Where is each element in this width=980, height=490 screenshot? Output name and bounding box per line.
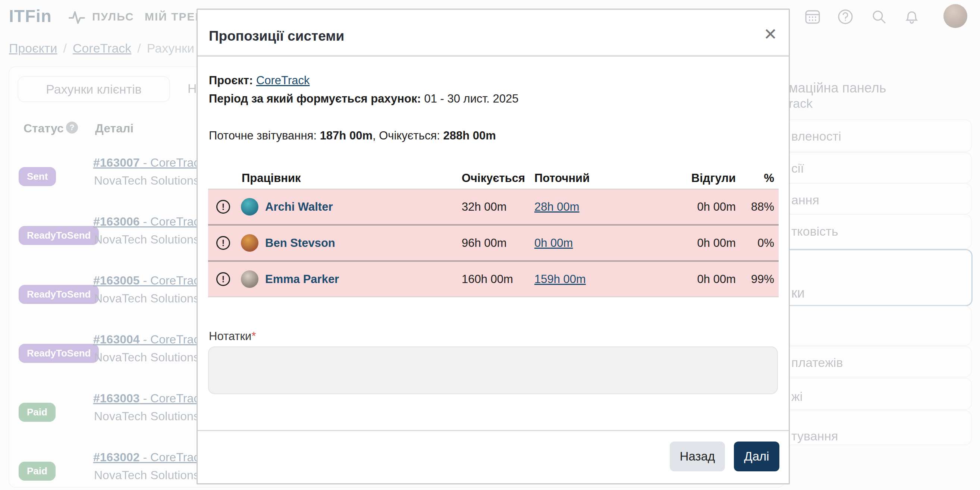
warning-icon: ! (216, 236, 230, 250)
side-item-label: ання (791, 193, 819, 207)
notes-label: Нотатки* (209, 330, 256, 343)
employee-row: ! Archi Walter 32h 00m 28h 00m 0h 00m 88… (208, 189, 779, 226)
expected-hours: 96h 00m (462, 236, 535, 250)
footer-divider (198, 430, 789, 431)
status-help-icon[interactable]: ? (66, 122, 78, 134)
side-item-label: тування (791, 429, 838, 443)
invoice-link[interactable]: #163003 - CoreTrack (93, 391, 205, 405)
col-time-off: Відгули (644, 172, 736, 185)
pulse-icon (68, 8, 86, 26)
app-stage: ITFin ПУЛЬС МІЙ ТРЕКЕР (0, 0, 980, 490)
next-button[interactable]: Далі (734, 442, 780, 471)
column-details: Деталі (95, 122, 134, 135)
employee-row: ! Emma Parker 160h 00m 159h 00m 0h 00m 9… (208, 262, 779, 297)
col-current: Поточний (535, 172, 644, 185)
back-button[interactable]: Назад (670, 442, 725, 471)
status-badge: ReadyToSend (19, 344, 99, 363)
tab-second[interactable]: Н (188, 76, 197, 101)
breadcrumb: Проєкти/CoreTrack/Рахунки (9, 41, 194, 56)
time-off-hours: 0h 00m (644, 200, 736, 214)
user-avatar[interactable] (943, 4, 967, 28)
percent-value: 88% (736, 200, 779, 214)
status-badge: ReadyToSend (19, 226, 99, 245)
invoice-link[interactable]: #163006 - CoreTrack (93, 215, 205, 229)
status-badge: ReadyToSend (19, 285, 99, 304)
current-hours-link[interactable]: 0h 00m (535, 236, 573, 250)
side-item-label: тковість (791, 224, 838, 239)
employee-name: Archi Walter (265, 200, 332, 214)
employees-table: Працівник Очікується Поточний Відгули % … (208, 168, 779, 297)
side-item-label: сії (791, 161, 804, 176)
side-item-label: жі (791, 389, 802, 404)
side-item-label: вленості (791, 129, 841, 143)
invoice-link[interactable]: #163007 - CoreTrack (93, 156, 205, 170)
warning-icon: ! (216, 272, 230, 286)
search-icon[interactable] (871, 9, 887, 25)
warning-icon: ! (216, 200, 230, 214)
percent-value: 99% (736, 273, 779, 286)
itfin-logo[interactable]: ITFin (9, 6, 52, 26)
col-expected: Очікується (462, 172, 535, 185)
expected-hours: 160h 00m (462, 273, 535, 286)
employee-name: Ben Stevson (265, 236, 335, 250)
status-badge: Paid (19, 462, 56, 480)
side-panel-subtitle: rack (789, 96, 813, 111)
project-link[interactable]: CoreTrack (256, 74, 310, 87)
employee-name: Emma Parker (265, 273, 339, 286)
nav-pulse[interactable]: ПУЛЬС (92, 10, 134, 23)
col-employee: Працівник (231, 172, 462, 185)
status-badge: Sent (19, 167, 56, 186)
calendar-icon[interactable] (805, 9, 820, 25)
expected-hours: 32h 00m (462, 200, 535, 214)
current-hours-link[interactable]: 159h 00m (535, 273, 586, 286)
help-icon[interactable] (838, 9, 853, 25)
tab-client-invoices[interactable]: Рахунки клієнтів (18, 76, 170, 102)
invoice-link[interactable]: #163005 - CoreTrack (93, 274, 205, 288)
bell-icon[interactable] (904, 9, 920, 25)
period-line: Період за який формується рахунок: 01 - … (209, 92, 518, 105)
invoice-link[interactable]: #163002 - CoreTrack (93, 450, 205, 464)
column-status: Статус (24, 122, 64, 135)
side-panel-title: маційна панель (789, 80, 886, 96)
close-icon[interactable]: ✕ (762, 26, 779, 43)
avatar (241, 234, 258, 252)
notes-textarea[interactable] (208, 347, 778, 394)
totals-line: Поточне звітування: 187h 00m, Очікується… (209, 129, 496, 142)
current-hours-link[interactable]: 28h 00m (535, 200, 579, 213)
col-percent: % (736, 172, 779, 185)
side-item-label: ки (791, 285, 805, 301)
side-item-label: платежів (791, 355, 843, 370)
breadcrumb-invoices: Рахунки (147, 41, 194, 55)
breadcrumb-coretrack[interactable]: CoreTrack (73, 41, 131, 55)
avatar (241, 270, 258, 288)
modal-title: Пропозиції системи (209, 28, 344, 44)
employee-row: ! Ben Stevson 96h 00m 0h 00m 0h 00m 0% (208, 226, 779, 262)
project-line: Проєкт: CoreTrack (209, 74, 310, 87)
breadcrumb-projects[interactable]: Проєкти (9, 41, 57, 55)
invoice-link[interactable]: #163004 - CoreTrack (93, 332, 205, 347)
time-off-hours: 0h 00m (644, 273, 736, 286)
required-asterisk: * (251, 330, 256, 343)
system-proposals-modal: Пропозиції системи ✕ Проєкт: CoreTrack П… (197, 9, 790, 484)
header-divider (198, 55, 789, 57)
percent-value: 0% (736, 236, 779, 250)
time-off-hours: 0h 00m (644, 236, 736, 250)
avatar (241, 198, 258, 216)
status-badge: Paid (19, 403, 56, 422)
table-header: Працівник Очікується Поточний Відгули % (208, 168, 779, 189)
